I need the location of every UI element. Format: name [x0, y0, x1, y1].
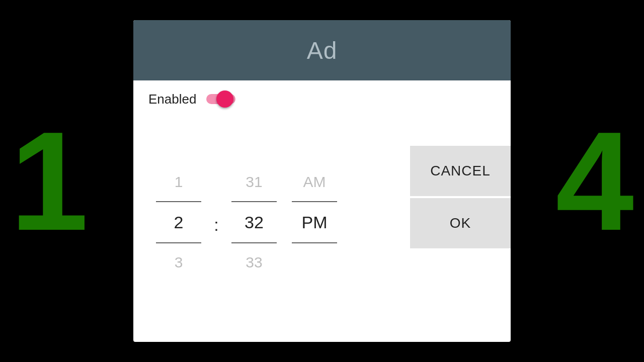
enabled-row: Enabled	[133, 80, 511, 113]
ampm-selected: PM	[302, 202, 328, 242]
hours-above: 1	[175, 166, 183, 201]
dialog: Ad Enabled 1 2 3 :	[133, 20, 511, 342]
ampm-line-bottom	[292, 242, 337, 243]
background-number-right: 4	[555, 111, 634, 251]
hours-below: 3	[175, 243, 183, 279]
dialog-header: Ad	[133, 20, 511, 80]
minutes-above: 31	[246, 166, 262, 201]
dialog-body: Enabled 1 2 3 : 31	[133, 80, 511, 342]
time-columns: 1 2 3 : 31 32 33 AM	[148, 166, 345, 279]
toggle-thumb	[216, 90, 233, 108]
ok-button[interactable]: OK	[410, 198, 511, 248]
minutes-selected: 32	[245, 202, 264, 242]
enabled-label: Enabled	[148, 92, 196, 107]
hours-column[interactable]: 1 2 3	[148, 166, 209, 279]
minutes-below: 33	[246, 243, 262, 279]
background-number-left: 1	[10, 111, 89, 251]
ampm-above: AM	[303, 166, 326, 201]
dialog-title: Ad	[307, 37, 338, 64]
cancel-button[interactable]: CANCEL	[410, 146, 511, 196]
dialog-buttons: CANCEL OK	[410, 146, 511, 248]
hours-selected: 2	[174, 202, 184, 242]
enabled-toggle[interactable]	[206, 90, 240, 108]
time-colon: :	[209, 205, 224, 245]
ampm-column[interactable]: AM PM	[284, 166, 345, 279]
minutes-column[interactable]: 31 32 33	[224, 166, 284, 279]
